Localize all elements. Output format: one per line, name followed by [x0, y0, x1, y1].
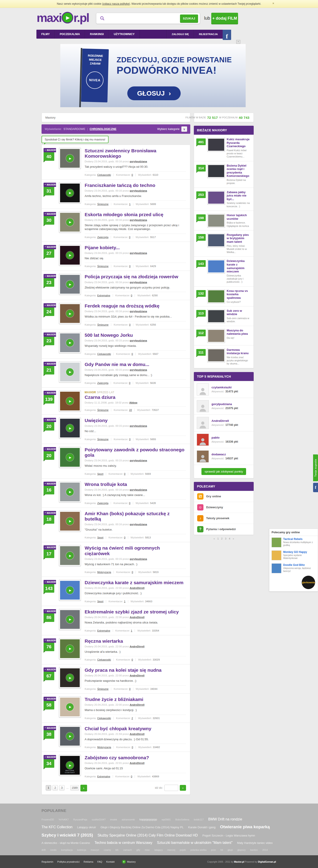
video-title[interactable]: Uwięziony: [85, 418, 186, 423]
video-thumbnail[interactable]: [208, 164, 225, 178]
comments-link[interactable]: 22: [129, 409, 132, 411]
pager-page[interactable]: 1: [217, 537, 219, 540]
login-link[interactable]: ZALOGUJ SIĘ: [167, 30, 194, 39]
category-link[interactable]: Ciekawostki: [97, 717, 111, 719]
pager-next-icon[interactable]: »: [233, 537, 234, 540]
author-link[interactable]: AndreDirrell: [129, 616, 144, 619]
video-title[interactable]: Rozgadany pies w brytyjskim mam talent: [227, 233, 251, 244]
cookie-policy-link[interactable]: zobacz naszą politykę: [103, 2, 129, 5]
video-thumbnail[interactable]: MATURE CONTENT ▶: [59, 755, 81, 776]
avatar[interactable]: [197, 451, 209, 462]
category-link[interactable]: Motoryzacja: [97, 746, 111, 748]
tag-link[interactable]: A słoneczko - skąd na Monte Cassino: [41, 840, 90, 846]
video-thumbnail[interactable]: [208, 214, 225, 227]
video-thumbnail[interactable]: [208, 234, 225, 247]
tag-link[interactable]: rondo: [50, 848, 57, 852]
maxior-vote-button[interactable]: ^ MAXIOR!: [43, 418, 56, 422]
tag-link[interactable]: Służby Specjalne Online (2014) Cały Film…: [98, 832, 198, 839]
comments-link[interactable]: 1: [124, 600, 125, 603]
video-title[interactable]: Kosa ręczna vs kosiarka spalinowa: [227, 289, 251, 300]
video-thumbnail[interactable]: ▶: [59, 609, 81, 630]
video-title[interactable]: Franciszkanie tańczą do techno: [85, 183, 186, 188]
video-title[interactable]: Gdy Panów nie ma w domu...: [85, 362, 186, 367]
author-link[interactable]: gorylpudziana: [129, 281, 147, 284]
video-title[interactable]: Maszyna do nalewania piwa: [227, 329, 251, 336]
video-thumbnail[interactable]: ▶: [59, 545, 81, 566]
category-link[interactable]: Śmieszne: [97, 438, 108, 441]
video-thumbnail[interactable]: ▶: [59, 183, 81, 203]
comments-link[interactable]: 1: [131, 629, 132, 632]
category-link[interactable]: Ciekawostki: [97, 174, 111, 176]
video-title[interactable]: Trudne życie z bliźniakami: [85, 697, 186, 702]
maxior-vote-button[interactable]: ^ MAXIOR!: [43, 755, 56, 759]
polecamy-item[interactable]: ☺ Dziewczyny: [194, 502, 253, 513]
video-title[interactable]: Dziewczynka karate z samurajskim mieczem: [85, 580, 186, 585]
tag-link[interactable]: misc: [145, 848, 150, 852]
video-title[interactable]: Sub zero w windzie: [227, 309, 251, 316]
category-link[interactable]: Motoryzacja: [97, 571, 111, 574]
maxior-vote-button[interactable]: ^ MAXIOR!: [43, 362, 56, 366]
video-thumbnail[interactable]: ▶: [59, 697, 81, 717]
polecamy-item[interactable]: ⚂ Gry online: [194, 491, 253, 502]
comments-link[interactable]: 0: [132, 571, 133, 574]
search-input[interactable]: [106, 16, 180, 21]
ad-close-icon[interactable]: ×: [236, 40, 240, 44]
video-thumbnail[interactable]: ▶: [59, 245, 81, 266]
tag-link[interactable]: drift: [41, 848, 45, 852]
page-button-current[interactable]: 1: [46, 785, 51, 790]
tag-link[interactable]: pojeb: [180, 848, 186, 852]
ad-banner[interactable]: RODZINNE MIEJSCE ZABAW NIVEA ZDECYDUJ, G…: [60, 44, 246, 107]
author-link[interactable]: gorylpudziana: [129, 219, 147, 221]
video-title[interactable]: Zabójstwo czy samoobrona?: [85, 755, 186, 761]
maxior-vote-button[interactable]: ^ MAXIOR!: [43, 639, 56, 643]
tag-link[interactable]: BMW Drift na rondzie: [208, 816, 242, 823]
pager-prev-icon[interactable]: «: [214, 537, 215, 540]
footer-brand[interactable]: ▶ Maxiory: [122, 860, 136, 864]
video-thumbnail[interactable]: ▶: [59, 482, 81, 502]
author-link[interactable]: gorylpudziana: [129, 252, 147, 254]
comments-link[interactable]: 0: [131, 775, 132, 778]
author-link[interactable]: gorylpudziana: [129, 160, 147, 163]
tag-link[interactable]: Szybcy i wściekli 7 (2015): [41, 831, 93, 839]
category-link[interactable]: Śmieszne: [97, 265, 108, 268]
page-button[interactable]: 3: [59, 785, 65, 790]
video-thumbnail[interactable]: [208, 138, 225, 151]
facebook-tab[interactable]: f: [313, 483, 318, 492]
tag-link[interactable]: polanka wielka: [190, 848, 206, 852]
category-link[interactable]: Śmieszne: [97, 203, 108, 206]
username-link[interactable]: gorylpudziana: [212, 402, 238, 406]
video-title[interactable]: Kukiz masakruje Ryszarda Czarneckiego: [227, 137, 251, 148]
tag-link[interactable]: Pogoń Szczecin - Legia Warszawa hymn: [202, 833, 255, 838]
video-title[interactable]: Darmowa instalacja kranu: [227, 348, 251, 355]
comments-link[interactable]: 0: [132, 746, 133, 748]
footer-link[interactable]: Reklama: [84, 860, 93, 863]
pager-page[interactable]: 4: [229, 537, 230, 540]
maxior-vote-button[interactable]: ^ MAXIOR!: [43, 212, 56, 216]
footer-link[interactable]: Kontakt: [106, 860, 115, 863]
pager-page[interactable]: 3: [225, 537, 226, 540]
category-link[interactable]: Zwierzęta: [97, 502, 108, 504]
maxior-vote-button[interactable]: ^ MAXIOR!: [43, 183, 56, 187]
tag-link[interactable]: imslek: [110, 817, 117, 822]
register-link[interactable]: REJESTRACJA: [194, 30, 223, 39]
tag-link[interactable]: Otwieranie piwa koparką: [220, 823, 270, 831]
video-title[interactable]: Zabawa jakby jutra miało nie być...: [227, 190, 251, 201]
category-link[interactable]: Śmieszne: [97, 409, 108, 411]
tag-link[interactable]: maszyn: [91, 848, 99, 852]
tag-link[interactable]: prze: [211, 848, 216, 852]
goto-page-input[interactable]: [164, 785, 178, 791]
video-title[interactable]: Ekstremalnie szybki zjazd ze stromej uli…: [85, 609, 186, 615]
comments-link[interactable]: 0: [129, 382, 130, 384]
author-link[interactable]: AndreDirrell: [129, 674, 144, 677]
category-link[interactable]: Śmieszne: [97, 323, 108, 326]
polecamy-item[interactable]: ? Pytania i odpowiedzi: [194, 524, 253, 535]
author-link[interactable]: Abbop: [129, 401, 137, 404]
tag-link[interactable]: YoYvKK7: [59, 817, 69, 822]
add-film-button[interactable]: + dodaj FILM: [211, 13, 238, 24]
avatar[interactable]: [197, 400, 209, 412]
filter-chronological-link[interactable]: CHRONOLOGICZNE: [90, 127, 116, 131]
video-title[interactable]: Wyścig na ćwierć mili ogromnych ciężarów…: [85, 545, 186, 556]
comments-link[interactable]: 0: [129, 323, 130, 326]
category-link[interactable]: Extremalne: [97, 294, 110, 297]
tag-link[interactable]: mierzej: [167, 848, 175, 852]
